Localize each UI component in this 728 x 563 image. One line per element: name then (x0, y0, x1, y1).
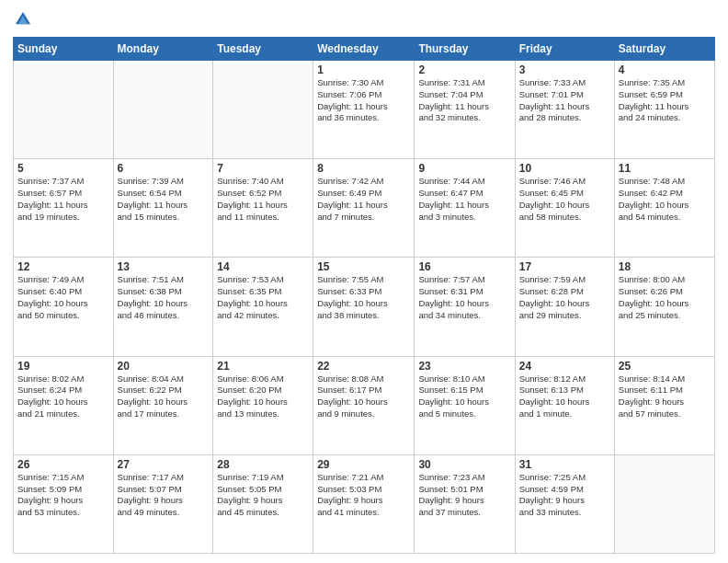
cell-text: Sunrise: 7:42 AM (317, 176, 410, 188)
cell-text: Daylight: 11 hours (418, 200, 510, 212)
cell-text: and 53 minutes. (17, 507, 109, 519)
cell-text: and 1 minute. (519, 408, 610, 420)
calendar-cell (614, 454, 714, 553)
cell-text: Sunset: 6:45 PM (519, 188, 610, 200)
cell-text: Daylight: 10 hours (217, 396, 309, 408)
cell-text: Sunrise: 7:40 AM (217, 176, 309, 188)
calendar-header-row: SundayMondayTuesdayWednesdayThursdayFrid… (14, 38, 715, 61)
cell-text: Daylight: 10 hours (519, 298, 610, 310)
cell-text: and 5 minutes. (418, 408, 510, 420)
cell-text: Sunset: 6:42 PM (619, 188, 711, 200)
cell-text: and 58 minutes. (519, 212, 610, 224)
calendar-cell: 20Sunrise: 8:04 AMSunset: 6:22 PMDayligh… (113, 356, 213, 454)
column-header-wednesday: Wednesday (313, 38, 415, 61)
calendar-cell: 7Sunrise: 7:40 AMSunset: 6:52 PMDaylight… (213, 159, 313, 258)
day-number: 2 (418, 63, 510, 76)
cell-text: Daylight: 9 hours (317, 495, 410, 507)
day-number: 8 (317, 162, 410, 175)
cell-text: Sunrise: 7:23 AM (418, 472, 510, 484)
cell-text: Sunset: 5:01 PM (418, 484, 510, 496)
cell-text: and 37 minutes. (418, 507, 510, 519)
cell-text: Daylight: 11 hours (317, 101, 410, 113)
cell-text: Sunset: 6:28 PM (519, 286, 610, 298)
calendar-cell: 4Sunrise: 7:35 AMSunset: 6:59 PMDaylight… (614, 61, 714, 159)
cell-text: Sunrise: 8:10 AM (418, 373, 510, 385)
cell-text: Daylight: 11 hours (619, 101, 711, 113)
cell-text: Daylight: 10 hours (418, 298, 510, 310)
calendar-cell: 11Sunrise: 7:48 AMSunset: 6:42 PMDayligh… (614, 159, 714, 258)
calendar-cell: 9Sunrise: 7:44 AMSunset: 6:47 PMDaylight… (415, 159, 515, 258)
cell-text: Sunset: 5:03 PM (317, 484, 410, 496)
cell-text: Daylight: 11 hours (418, 101, 510, 113)
cell-text: Sunrise: 7:37 AM (17, 176, 109, 188)
cell-text: and 25 minutes. (619, 310, 711, 322)
calendar-cell: 22Sunrise: 8:08 AMSunset: 6:17 PMDayligh… (313, 356, 415, 454)
day-number: 1 (317, 63, 410, 76)
cell-text: Sunset: 6:59 PM (619, 89, 711, 101)
day-number: 22 (317, 360, 410, 373)
cell-text: Sunrise: 7:53 AM (217, 274, 309, 286)
cell-text: Daylight: 10 hours (217, 298, 309, 310)
cell-text: Daylight: 10 hours (519, 396, 610, 408)
cell-text: Sunrise: 7:35 AM (619, 77, 711, 89)
calendar-cell: 10Sunrise: 7:46 AMSunset: 6:45 PMDayligh… (515, 159, 614, 258)
day-number: 17 (519, 260, 610, 273)
day-number: 25 (619, 360, 711, 373)
cell-text: Sunset: 6:15 PM (418, 385, 510, 396)
cell-text: Sunset: 4:59 PM (519, 484, 610, 496)
cell-text: Sunset: 6:49 PM (317, 188, 410, 200)
calendar-cell: 5Sunrise: 7:37 AMSunset: 6:57 PMDaylight… (14, 159, 114, 258)
cell-text: Daylight: 10 hours (317, 298, 410, 310)
calendar-cell: 2Sunrise: 7:31 AMSunset: 7:04 PMDaylight… (415, 61, 515, 159)
column-header-tuesday: Tuesday (213, 38, 313, 61)
cell-text: and 21 minutes. (17, 408, 109, 420)
cell-text: Daylight: 9 hours (619, 396, 711, 408)
calendar-cell: 23Sunrise: 8:10 AMSunset: 6:15 PMDayligh… (415, 356, 515, 454)
cell-text: Sunset: 7:04 PM (418, 89, 510, 101)
cell-text: Sunrise: 8:00 AM (619, 274, 711, 286)
calendar-cell: 27Sunrise: 7:17 AMSunset: 5:07 PMDayligh… (113, 454, 213, 553)
cell-text: Sunrise: 7:59 AM (519, 274, 610, 286)
column-header-sunday: Sunday (14, 38, 114, 61)
calendar-cell: 17Sunrise: 7:59 AMSunset: 6:28 PMDayligh… (515, 258, 614, 356)
cell-text: and 24 minutes. (619, 112, 711, 124)
cell-text: Sunset: 6:52 PM (217, 188, 309, 200)
day-number: 23 (418, 360, 510, 373)
day-number: 28 (217, 458, 309, 471)
cell-text: Daylight: 9 hours (217, 495, 309, 507)
cell-text: Daylight: 9 hours (118, 495, 210, 507)
cell-text: Sunset: 6:26 PM (619, 286, 711, 298)
day-number: 12 (17, 260, 109, 273)
cell-text: and 41 minutes. (317, 507, 410, 519)
cell-text: Sunrise: 7:51 AM (118, 274, 210, 286)
cell-text: Sunrise: 7:44 AM (418, 176, 510, 188)
column-header-monday: Monday (113, 38, 213, 61)
cell-text: Sunrise: 7:19 AM (217, 472, 309, 484)
cell-text: Sunrise: 8:02 AM (17, 373, 109, 385)
cell-text: Daylight: 9 hours (519, 495, 610, 507)
cell-text: Sunset: 6:11 PM (619, 385, 711, 396)
calendar-cell: 13Sunrise: 7:51 AMSunset: 6:38 PMDayligh… (113, 258, 213, 356)
cell-text: and 33 minutes. (519, 507, 610, 519)
day-number: 16 (418, 260, 510, 273)
calendar-cell: 18Sunrise: 8:00 AMSunset: 6:26 PMDayligh… (614, 258, 714, 356)
cell-text: Sunset: 6:47 PM (418, 188, 510, 200)
day-number: 27 (118, 458, 210, 471)
calendar-cell: 28Sunrise: 7:19 AMSunset: 5:05 PMDayligh… (213, 454, 313, 553)
day-number: 11 (619, 162, 711, 175)
week-row-5: 26Sunrise: 7:15 AMSunset: 5:09 PMDayligh… (14, 454, 715, 553)
day-number: 4 (619, 63, 711, 76)
cell-text: Daylight: 10 hours (418, 396, 510, 408)
cell-text: Sunrise: 7:48 AM (619, 176, 711, 188)
cell-text: Sunrise: 7:55 AM (317, 274, 410, 286)
day-number: 20 (118, 360, 210, 373)
cell-text: Daylight: 11 hours (519, 101, 610, 113)
cell-text: and 54 minutes. (619, 212, 711, 224)
cell-text: Daylight: 10 hours (17, 298, 109, 310)
cell-text: and 13 minutes. (217, 408, 309, 420)
calendar-cell: 14Sunrise: 7:53 AMSunset: 6:35 PMDayligh… (213, 258, 313, 356)
calendar-cell: 16Sunrise: 7:57 AMSunset: 6:31 PMDayligh… (415, 258, 515, 356)
cell-text: Sunset: 6:35 PM (217, 286, 309, 298)
cell-text: Sunset: 6:33 PM (317, 286, 410, 298)
cell-text: Sunset: 7:06 PM (317, 89, 410, 101)
